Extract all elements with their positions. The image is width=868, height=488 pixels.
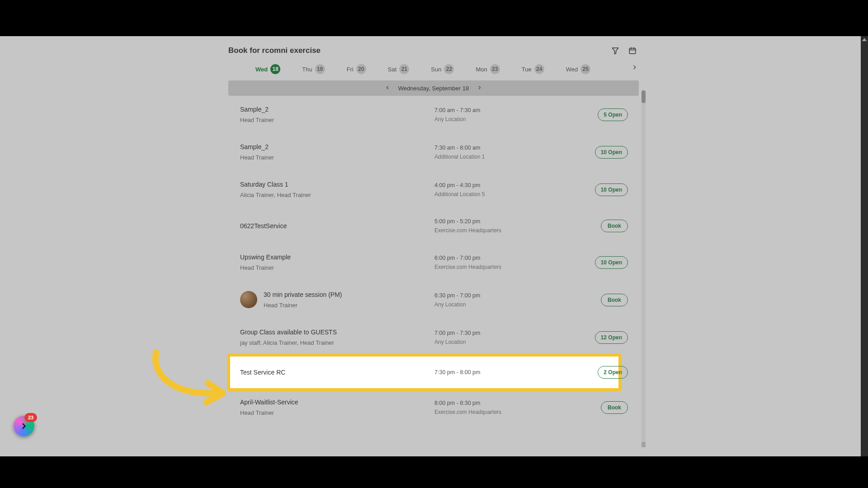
day-number-badge: 24 [534,64,544,74]
open-slots-button[interactable]: 10 Open [595,183,628,196]
service-name: 0622TestService [240,222,434,230]
browser-scroll-up-icon[interactable] [862,37,867,42]
service-row[interactable]: Sample_2Head Trainer7:30 am - 8:00 amAdd… [228,133,640,171]
day-label: Sun [431,66,441,73]
service-time: 7:30 am - 8:00 am [434,145,566,151]
day-tab-wed-18[interactable]: Wed18 [255,64,280,74]
day-number-badge: 25 [580,64,590,74]
day-tab-sun-22[interactable]: Sun22 [431,64,454,74]
open-slots-button[interactable]: 10 Open [595,146,628,159]
page-title: Book for rcomni exercise [228,46,321,55]
day-label: Thu [302,66,312,73]
day-tab-wed-25[interactable]: Wed25 [566,64,591,74]
book-button[interactable]: Book [601,401,628,414]
service-location: Additional Location 5 [434,191,566,197]
service-location: Exercise.com Headquarters [434,409,566,415]
date-bar: Wednesday, September 18 [228,80,639,96]
calendar-icon[interactable] [628,46,637,55]
day-label: Wed [255,66,268,73]
service-name: Upswing Example [240,253,434,261]
service-row[interactable]: April-Waitlist-ServiceHead Trainer8:00 p… [228,389,640,426]
day-number-badge: 22 [444,64,454,74]
book-button[interactable]: Book [601,294,628,306]
avatar [240,291,257,308]
day-label: Wed [566,66,578,73]
service-location: Any Location [434,301,566,308]
service-name: Test Service RC [240,369,434,376]
service-time: 7:00 pm - 7:30 pm [434,330,566,336]
service-location: Any Location [434,339,566,345]
day-label: Sat [388,66,397,73]
service-time: 6:00 pm - 7:00 pm [434,255,566,261]
service-row[interactable]: 30 min private session (PM)Head Trainer6… [228,281,640,319]
service-row[interactable]: Sample_2Head Trainer7:00 am - 7:30 amAny… [228,96,640,133]
service-trainers: Head Trainer [240,117,434,123]
open-slots-button[interactable]: 12 Open [595,331,628,344]
service-trainers: Alicia Trainer, Head Trainer [240,192,434,198]
service-row[interactable]: Group Class available to GUESTSjay staff… [228,319,640,356]
day-number-badge: 23 [490,64,500,74]
service-time: 7:00 am - 7:30 am [434,107,566,113]
service-name: Group Class available to GUESTS [240,328,434,336]
svg-marker-0 [612,48,618,54]
scrollbar-track[interactable] [642,90,646,443]
service-name: Sample_2 [240,106,434,113]
service-trainers: jay staff, Alicia Trainer, Head Trainer [240,339,434,346]
service-trainers: Head Trainer [240,154,434,161]
service-trainers: Head Trainer [264,302,342,309]
browser-scrollbar[interactable] [861,36,868,456]
service-location: Exercise.com Headquarters [434,227,566,234]
service-time: 6:30 pm - 7:00 pm [434,292,566,299]
service-location: Additional Location 1 [434,154,566,160]
date-prev-icon[interactable] [385,85,390,92]
service-row[interactable]: Test Service RC7:30 pm - 8:00 pm2 Open [228,356,640,389]
service-row[interactable]: Saturday Class 1Alicia Trainer, Head Tra… [228,171,640,208]
service-time: 8:00 pm - 8:30 pm [434,400,566,406]
service-location: Any Location [434,116,566,122]
service-trainers: Head Trainer [240,409,434,416]
day-label: Mon [476,66,487,73]
day-tab-mon-23[interactable]: Mon23 [476,64,500,74]
service-time: 4:00 pm - 4:30 pm [434,182,566,188]
filter-icon[interactable] [611,46,620,55]
book-button[interactable]: Book [601,220,628,232]
service-time: 7:30 pm - 8:00 pm [434,369,566,375]
day-number-badge: 20 [356,64,366,74]
service-row[interactable]: 0622TestService5:00 pm - 5:20 pmExercise… [228,208,640,244]
open-slots-button[interactable]: 10 Open [595,256,628,269]
assistant-launcher-button[interactable]: 23 [14,416,34,436]
day-label: Fri [347,66,354,73]
date-next-icon[interactable] [477,85,482,92]
day-tab-sat-21[interactable]: Sat21 [388,64,410,74]
service-trainers: Head Trainer [240,264,434,271]
scrollbar-thumb[interactable] [642,90,646,103]
service-name: 30 min private session (PM) [264,291,342,298]
days-next-icon[interactable] [632,64,638,72]
service-name: Saturday Class 1 [240,181,434,188]
scrollbar-down-icon[interactable] [642,442,646,447]
date-bar-label: Wednesday, September 18 [398,85,469,92]
day-number-badge: 19 [315,64,325,74]
day-number-badge: 18 [270,64,280,74]
service-name: April-Waitlist-Service [240,399,434,406]
service-location: Exercise.com Headquarters [434,264,566,270]
svg-rect-1 [629,48,636,54]
day-tab-tue-24[interactable]: Tue24 [522,64,544,74]
day-tab-fri-20[interactable]: Fri20 [347,64,366,74]
open-slots-button[interactable]: 5 Open [598,108,628,121]
day-number-badge: 21 [399,64,409,74]
day-tab-thu-19[interactable]: Thu19 [302,64,325,74]
service-row[interactable]: Upswing ExampleHead Trainer6:00 pm - 7:0… [228,244,640,281]
service-time: 5:00 pm - 5:20 pm [434,218,566,225]
service-name: Sample_2 [240,143,434,150]
day-label: Tue [522,66,532,73]
assistant-badge-count: 23 [24,413,37,422]
open-slots-button[interactable]: 2 Open [598,366,628,379]
